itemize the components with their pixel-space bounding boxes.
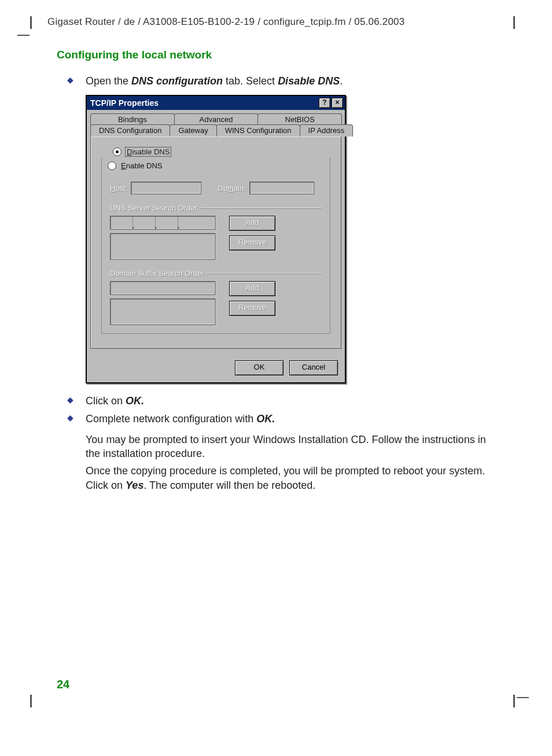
emphasis: OK. — [126, 395, 144, 407]
emphasis: Yes — [126, 480, 143, 491]
dns-search-order-label: DNS Server Search Order — [110, 204, 197, 212]
domain-label: Domain: — [218, 184, 245, 193]
suffix-remove-button[interactable]: Remove — [229, 301, 275, 316]
tab-bindings[interactable]: Bindings — [90, 113, 175, 125]
document-header-path: Gigaset Router / de / A31008-E105-B100-2… — [47, 16, 404, 28]
text: Complete network configuration with — [86, 413, 256, 425]
radio-label: Disable DNS — [125, 147, 171, 157]
suffix-add-button[interactable]: Add — [229, 281, 275, 296]
crop-mark — [30, 16, 32, 29]
emphasis: DNS configuration — [131, 75, 223, 87]
crop-mark — [517, 697, 529, 698]
suffix-input[interactable] — [110, 281, 215, 295]
suffix-search-order-label: Domain Suffix Search Order — [110, 269, 204, 278]
instruction-item: Complete network configuration with OK. — [57, 412, 500, 426]
text: . The computer will then be rebooted. — [143, 480, 315, 491]
ok-button[interactable]: OK — [235, 360, 284, 375]
help-button[interactable]: ? — [319, 98, 330, 108]
tab-netbios[interactable]: NetBIOS — [257, 113, 342, 125]
suffix-list[interactable] — [110, 298, 215, 325]
emphasis: Disable DNS — [278, 75, 340, 87]
emphasis: OK. — [256, 413, 275, 425]
text: Open the — [86, 75, 131, 87]
tab-row-front: DNS Configuration Gateway WINS Configura… — [90, 124, 341, 137]
dialog-title: TCP/IP Properties — [90, 98, 318, 108]
tab-wins-configuration[interactable]: WINS Configuration — [216, 124, 300, 137]
dns-ip-input[interactable] — [110, 216, 215, 230]
enable-dns-group: Enable DNS Host: Domain: DNS Serv — [101, 158, 330, 334]
crop-mark — [513, 16, 515, 29]
dns-remove-button[interactable]: Remove — [229, 235, 275, 250]
page-content: Open the DNS configuration tab. Select D… — [57, 71, 500, 496]
page-number: 24 — [57, 678, 69, 691]
crop-mark — [17, 35, 30, 36]
radio-enable-dns[interactable]: Enable DNS — [108, 161, 319, 170]
paragraph: Once the copying procedure is completed,… — [86, 464, 500, 492]
tab-advanced[interactable]: Advanced — [174, 113, 259, 125]
domain-input[interactable] — [249, 182, 314, 194]
section-title: Configuring the local network — [57, 49, 212, 61]
tab-dns-configuration[interactable]: DNS Configuration — [90, 124, 170, 137]
radio-disable-dns[interactable]: Disable DNS — [113, 147, 330, 157]
text: . — [340, 75, 343, 87]
dns-add-button[interactable]: Add — [229, 216, 275, 231]
text: tab. Select — [223, 75, 278, 87]
tcpip-properties-dialog-screenshot: TCP/IP Properties ? × Bindings Advanced … — [86, 95, 346, 383]
radio-icon — [113, 147, 122, 156]
close-button[interactable]: × — [332, 98, 343, 108]
dns-server-list[interactable] — [110, 233, 215, 260]
instruction-item: Click on OK. — [57, 394, 500, 408]
dialog-titlebar: TCP/IP Properties ? × — [87, 96, 345, 110]
tab-gateway[interactable]: Gateway — [170, 124, 216, 137]
host-input[interactable] — [131, 182, 201, 194]
crop-mark — [513, 695, 515, 707]
crop-mark — [30, 695, 32, 707]
radio-icon — [108, 161, 116, 170]
host-label: Host: — [110, 184, 127, 193]
dialog-footer: OK Cancel — [87, 355, 345, 382]
tab-row-back: Bindings Advanced NetBIOS — [90, 113, 341, 125]
cancel-button[interactable]: Cancel — [289, 360, 338, 375]
text: Click on — [86, 395, 126, 407]
dns-config-panel: Disable DNS Enable DNS Host: Domain: — [90, 136, 341, 349]
instruction-item: Open the DNS configuration tab. Select D… — [57, 74, 500, 88]
tab-ip-address[interactable]: IP Address — [300, 124, 354, 137]
paragraph: You may be prompted to insert your Windo… — [86, 433, 500, 461]
radio-label: Enable DNS — [120, 161, 164, 170]
